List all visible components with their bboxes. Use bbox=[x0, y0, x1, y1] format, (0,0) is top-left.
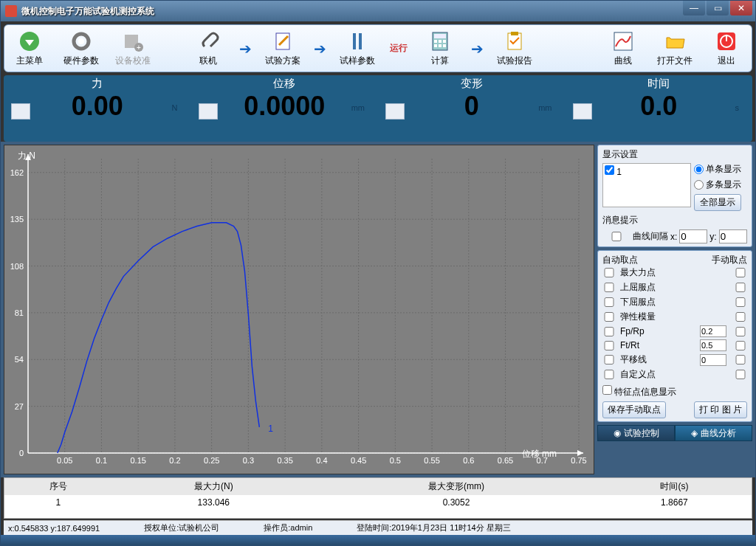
y-axis-label: 力 N bbox=[18, 150, 35, 162]
svg-text:135: 135 bbox=[10, 215, 24, 224]
auto-pick-6[interactable] bbox=[602, 355, 616, 364]
meter-displacement: 位移 0.0000 mm bbox=[191, 75, 379, 142]
manual-pick-6[interactable] bbox=[734, 355, 747, 364]
chart-icon bbox=[611, 30, 635, 53]
feature-show-checkbox[interactable]: 特征点信息显示 bbox=[602, 387, 676, 397]
svg-text:0: 0 bbox=[19, 449, 24, 457]
gear-icon bbox=[69, 30, 93, 53]
svg-rect-18 bbox=[511, 32, 518, 35]
auto-pick-7[interactable] bbox=[602, 370, 616, 379]
minimize-button[interactable]: — bbox=[683, 1, 705, 15]
display-settings-title: 显示设置 bbox=[602, 148, 747, 161]
sample-param-button[interactable]: 试样参数 bbox=[337, 30, 378, 67]
svg-text:0.2: 0.2 bbox=[169, 456, 180, 465]
svg-text:81: 81 bbox=[15, 308, 24, 317]
meter-deformation: 变形 0 mm bbox=[378, 75, 566, 142]
pick-label: Fp/Rp bbox=[620, 326, 695, 336]
table-row[interactable]: 1133.0460.30521.8667 bbox=[4, 495, 752, 510]
flow-arrow-icon: ➔ bbox=[239, 40, 252, 58]
maximize-button[interactable]: ▭ bbox=[707, 1, 729, 15]
x-axis-label: 位移 mm bbox=[522, 448, 557, 460]
curve-plot[interactable]: 0.050.10.150.20.250.30.350.40.450.50.550… bbox=[4, 145, 594, 474]
svg-text:1: 1 bbox=[268, 424, 273, 434]
gauge-icon: ◉ bbox=[614, 428, 621, 438]
offset-x-input[interactable] bbox=[679, 229, 707, 243]
manual-pick-5[interactable] bbox=[734, 341, 747, 350]
test-plan-button[interactable]: 试验方案 bbox=[262, 30, 303, 67]
auto-pick-5[interactable] bbox=[602, 341, 616, 350]
pick-value-input[interactable] bbox=[700, 339, 726, 351]
curve-button[interactable]: 曲线 bbox=[602, 30, 644, 67]
svg-point-2 bbox=[78, 38, 84, 44]
series-checkbox-1[interactable] bbox=[605, 165, 614, 175]
svg-rect-12 bbox=[439, 40, 441, 43]
manual-pick-4[interactable] bbox=[734, 327, 747, 336]
svg-text:0.25: 0.25 bbox=[204, 456, 219, 465]
calc-button[interactable]: 计算 bbox=[419, 30, 461, 67]
radio-single[interactable]: 单条显示 bbox=[694, 163, 741, 176]
calculator-icon bbox=[428, 30, 452, 53]
offset-y-input[interactable] bbox=[719, 229, 747, 243]
status-bar: x:0.545833 y:187.649991 授权单位:试验机公司 操作员:a… bbox=[4, 520, 752, 535]
table-header: 最大变形(mm) bbox=[315, 478, 597, 495]
print-image-button[interactable]: 打 印 图 片 bbox=[694, 401, 747, 418]
open-file-button[interactable]: 打开文件 bbox=[654, 30, 695, 67]
svg-text:0.1: 0.1 bbox=[96, 456, 107, 465]
svg-text:0.3: 0.3 bbox=[243, 456, 254, 465]
manual-pick-2[interactable] bbox=[734, 297, 747, 307]
status-login: 登陆时间:2019年1月23日 11时14分 星期三 bbox=[357, 522, 510, 533]
pick-label: 弹性模量 bbox=[620, 311, 695, 323]
pick-value-input[interactable] bbox=[700, 325, 726, 337]
results-table: 序号最大力(N)最大变形(mm)时间(s)1133.0460.30521.866… bbox=[4, 477, 752, 519]
auto-pick-3[interactable] bbox=[602, 312, 616, 322]
show-all-button[interactable]: 全部显示 bbox=[694, 194, 741, 211]
series-list[interactable]: 1 bbox=[602, 163, 691, 207]
flow-arrow-icon: ➔ bbox=[314, 40, 326, 58]
meter-disp-zero[interactable] bbox=[199, 103, 218, 120]
calibrate-button[interactable]: +设备校准 bbox=[112, 30, 154, 67]
meter-force: 力 0.00 N bbox=[4, 75, 191, 142]
meter-force-zero[interactable] bbox=[11, 103, 30, 120]
pick-label: 下屈服点 bbox=[620, 296, 695, 308]
auto-pick-header: 自动取点 bbox=[602, 254, 638, 266]
auto-pick-4[interactable] bbox=[602, 327, 616, 336]
tab-curve-analysis[interactable]: ◈曲线分析 bbox=[675, 425, 752, 441]
svg-text:0.5: 0.5 bbox=[390, 456, 401, 465]
main-menu-button[interactable]: 主菜单 bbox=[9, 30, 50, 67]
report-button[interactable]: 试验报告 bbox=[494, 30, 535, 67]
close-button[interactable]: ✕ bbox=[730, 1, 752, 15]
svg-text:0.65: 0.65 bbox=[498, 456, 513, 465]
status-operator: 操作员:admin bbox=[264, 522, 312, 533]
pick-label: 上屈服点 bbox=[620, 281, 695, 294]
main-toolbar: 主菜单 硬件参数 +设备校准 联机 ➔ 试验方案 ➔ 试样参数 运行 计算 ➔ … bbox=[4, 24, 752, 72]
manual-pick-7[interactable] bbox=[734, 370, 747, 379]
manual-pick-1[interactable] bbox=[734, 283, 747, 292]
pick-value-input[interactable] bbox=[700, 354, 726, 366]
chart-icon: ◈ bbox=[691, 428, 698, 438]
auto-pick-0[interactable] bbox=[602, 268, 616, 277]
pick-label: 最大力点 bbox=[620, 266, 695, 279]
svg-text:108: 108 bbox=[10, 262, 24, 271]
save-manual-button[interactable]: 保存手动取点 bbox=[602, 401, 666, 418]
hw-param-button[interactable]: 硬件参数 bbox=[61, 30, 102, 67]
meter-deform-zero[interactable] bbox=[385, 103, 405, 120]
svg-text:+: + bbox=[137, 44, 141, 52]
radio-multi[interactable]: 多条显示 bbox=[694, 179, 741, 191]
right-panel: 显示设置 1 单条显示 多条显示 全部显示 消息提示 曲线间隔 x: bbox=[597, 145, 752, 474]
connect-button[interactable]: 联机 bbox=[188, 30, 229, 67]
meter-time-zero[interactable] bbox=[573, 103, 592, 120]
status-coord: x:0.545833 y:187.649991 bbox=[8, 524, 100, 533]
auto-pick-2[interactable] bbox=[602, 297, 616, 307]
clip-icon bbox=[196, 30, 220, 53]
exit-button[interactable]: 退出 bbox=[706, 30, 747, 67]
manual-pick-3[interactable] bbox=[734, 312, 747, 322]
offset-checkbox[interactable] bbox=[602, 232, 630, 241]
manual-pick-0[interactable] bbox=[734, 268, 747, 277]
table-header: 时间(s) bbox=[597, 478, 752, 495]
auto-pick-1[interactable] bbox=[602, 283, 616, 292]
clipboard-icon bbox=[503, 30, 526, 53]
tab-test-control[interactable]: ◉试验控制 bbox=[597, 425, 675, 441]
svg-rect-16 bbox=[443, 44, 446, 47]
power-icon bbox=[715, 30, 738, 53]
svg-text:54: 54 bbox=[15, 355, 24, 364]
